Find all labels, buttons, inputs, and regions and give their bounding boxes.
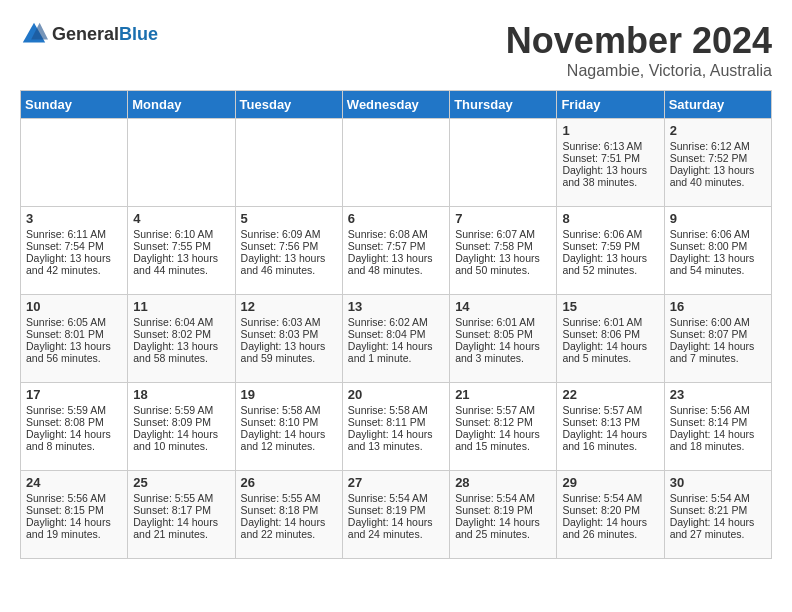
day-info: Sunrise: 6:13 AM: [562, 140, 658, 152]
day-info: Daylight: 14 hours: [26, 428, 122, 440]
day-info: Sunrise: 6:05 AM: [26, 316, 122, 328]
day-info: Sunrise: 5:55 AM: [241, 492, 337, 504]
day-info: and 58 minutes.: [133, 352, 229, 364]
day-number: 21: [455, 387, 551, 402]
day-info: Sunrise: 5:57 AM: [455, 404, 551, 416]
day-info: and 44 minutes.: [133, 264, 229, 276]
weekday-header-row: SundayMondayTuesdayWednesdayThursdayFrid…: [21, 91, 772, 119]
day-info: Daylight: 13 hours: [241, 340, 337, 352]
day-number: 28: [455, 475, 551, 490]
day-number: 8: [562, 211, 658, 226]
day-number: 14: [455, 299, 551, 314]
day-info: Sunset: 8:12 PM: [455, 416, 551, 428]
day-number: 26: [241, 475, 337, 490]
day-info: Sunrise: 6:01 AM: [455, 316, 551, 328]
day-info: Daylight: 14 hours: [348, 428, 444, 440]
day-info: Sunset: 7:56 PM: [241, 240, 337, 252]
day-info: Sunrise: 6:00 AM: [670, 316, 766, 328]
day-info: Daylight: 13 hours: [133, 252, 229, 264]
calendar-cell: 28Sunrise: 5:54 AMSunset: 8:19 PMDayligh…: [450, 471, 557, 559]
day-info: Daylight: 14 hours: [670, 340, 766, 352]
day-info: Sunset: 7:57 PM: [348, 240, 444, 252]
day-info: Sunrise: 6:08 AM: [348, 228, 444, 240]
day-number: 20: [348, 387, 444, 402]
day-info: Daylight: 13 hours: [241, 252, 337, 264]
day-info: Sunrise: 5:55 AM: [133, 492, 229, 504]
calendar-cell: 14Sunrise: 6:01 AMSunset: 8:05 PMDayligh…: [450, 295, 557, 383]
calendar-cell: 21Sunrise: 5:57 AMSunset: 8:12 PMDayligh…: [450, 383, 557, 471]
day-info: and 5 minutes.: [562, 352, 658, 364]
day-info: and 42 minutes.: [26, 264, 122, 276]
calendar-cell: 9Sunrise: 6:06 AMSunset: 8:00 PMDaylight…: [664, 207, 771, 295]
day-info: and 27 minutes.: [670, 528, 766, 540]
day-info: and 54 minutes.: [670, 264, 766, 276]
day-info: Sunrise: 6:03 AM: [241, 316, 337, 328]
day-info: Sunset: 8:04 PM: [348, 328, 444, 340]
day-info: Daylight: 14 hours: [455, 428, 551, 440]
day-number: 4: [133, 211, 229, 226]
day-info: Sunrise: 6:09 AM: [241, 228, 337, 240]
day-info: Sunset: 7:59 PM: [562, 240, 658, 252]
calendar-cell: 19Sunrise: 5:58 AMSunset: 8:10 PMDayligh…: [235, 383, 342, 471]
day-info: Daylight: 13 hours: [455, 252, 551, 264]
day-number: 29: [562, 475, 658, 490]
calendar-cell: 30Sunrise: 5:54 AMSunset: 8:21 PMDayligh…: [664, 471, 771, 559]
day-info: Sunset: 8:11 PM: [348, 416, 444, 428]
day-info: Sunrise: 5:56 AM: [26, 492, 122, 504]
weekday-header-wednesday: Wednesday: [342, 91, 449, 119]
day-info: Sunrise: 5:59 AM: [133, 404, 229, 416]
month-title: November 2024: [506, 20, 772, 62]
day-info: Daylight: 14 hours: [455, 340, 551, 352]
day-info: Sunset: 8:00 PM: [670, 240, 766, 252]
calendar-cell: 17Sunrise: 5:59 AMSunset: 8:08 PMDayligh…: [21, 383, 128, 471]
weekday-header-monday: Monday: [128, 91, 235, 119]
logo: GeneralBlue: [20, 20, 158, 48]
day-info: and 21 minutes.: [133, 528, 229, 540]
day-number: 15: [562, 299, 658, 314]
day-number: 9: [670, 211, 766, 226]
calendar-cell: 3Sunrise: 6:11 AMSunset: 7:54 PMDaylight…: [21, 207, 128, 295]
day-info: Sunset: 8:03 PM: [241, 328, 337, 340]
calendar-cell: 1Sunrise: 6:13 AMSunset: 7:51 PMDaylight…: [557, 119, 664, 207]
day-number: 30: [670, 475, 766, 490]
calendar-cell: [235, 119, 342, 207]
week-row-3: 10Sunrise: 6:05 AMSunset: 8:01 PMDayligh…: [21, 295, 772, 383]
day-info: Daylight: 14 hours: [348, 340, 444, 352]
calendar-cell: 12Sunrise: 6:03 AMSunset: 8:03 PMDayligh…: [235, 295, 342, 383]
day-info: Daylight: 14 hours: [670, 516, 766, 528]
calendar-cell: 18Sunrise: 5:59 AMSunset: 8:09 PMDayligh…: [128, 383, 235, 471]
day-info: and 3 minutes.: [455, 352, 551, 364]
day-info: and 22 minutes.: [241, 528, 337, 540]
weekday-header-sunday: Sunday: [21, 91, 128, 119]
day-info: Sunrise: 6:02 AM: [348, 316, 444, 328]
day-info: Sunset: 7:51 PM: [562, 152, 658, 164]
calendar-cell: [342, 119, 449, 207]
day-info: Sunset: 8:14 PM: [670, 416, 766, 428]
day-info: Sunset: 8:10 PM: [241, 416, 337, 428]
calendar-cell: 4Sunrise: 6:10 AMSunset: 7:55 PMDaylight…: [128, 207, 235, 295]
day-info: Sunrise: 5:59 AM: [26, 404, 122, 416]
day-info: Sunset: 8:18 PM: [241, 504, 337, 516]
day-info: Daylight: 14 hours: [133, 428, 229, 440]
day-number: 23: [670, 387, 766, 402]
calendar-cell: 10Sunrise: 6:05 AMSunset: 8:01 PMDayligh…: [21, 295, 128, 383]
day-info: Daylight: 14 hours: [26, 516, 122, 528]
day-info: and 8 minutes.: [26, 440, 122, 452]
day-number: 18: [133, 387, 229, 402]
calendar-cell: 16Sunrise: 6:00 AMSunset: 8:07 PMDayligh…: [664, 295, 771, 383]
day-info: Sunset: 8:19 PM: [455, 504, 551, 516]
day-info: Sunrise: 6:07 AM: [455, 228, 551, 240]
day-info: Daylight: 13 hours: [133, 340, 229, 352]
weekday-header-saturday: Saturday: [664, 91, 771, 119]
calendar-cell: 26Sunrise: 5:55 AMSunset: 8:18 PMDayligh…: [235, 471, 342, 559]
day-info: and 13 minutes.: [348, 440, 444, 452]
day-info: Sunset: 8:05 PM: [455, 328, 551, 340]
day-info: and 26 minutes.: [562, 528, 658, 540]
day-info: Daylight: 13 hours: [26, 252, 122, 264]
calendar-cell: 5Sunrise: 6:09 AMSunset: 7:56 PMDaylight…: [235, 207, 342, 295]
day-info: Sunrise: 6:01 AM: [562, 316, 658, 328]
day-info: Sunrise: 5:57 AM: [562, 404, 658, 416]
day-info: Sunrise: 6:11 AM: [26, 228, 122, 240]
day-info: Daylight: 13 hours: [562, 252, 658, 264]
day-info: Sunrise: 6:10 AM: [133, 228, 229, 240]
